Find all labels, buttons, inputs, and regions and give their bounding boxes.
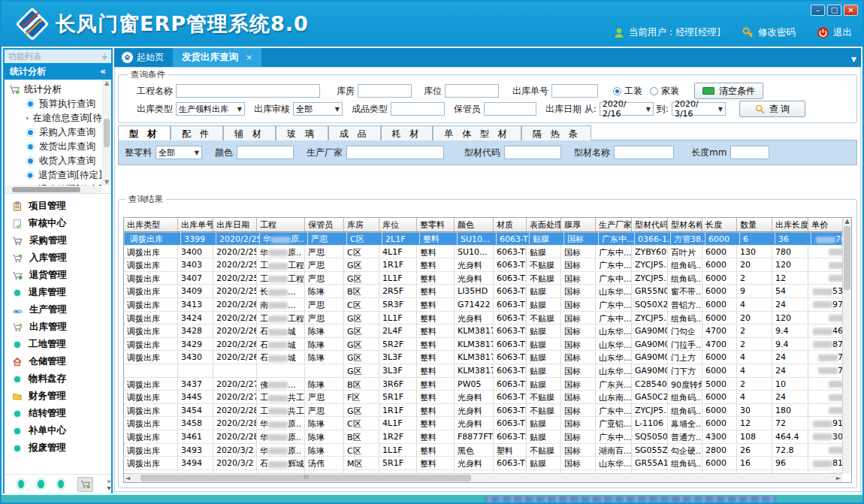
zhengling-select[interactable]: 全部▼ — [156, 146, 202, 159]
menu-item-财务管理[interactable]: 财务管理 — [5, 388, 111, 405]
menu-item-审核中心[interactable]: 审核中心 — [5, 215, 111, 232]
minimize-button[interactable]: – — [811, 5, 825, 16]
table-row[interactable]: 调拨出库34932020/3/2华原..陈琳C区1L1F整料黑色塑料不贴膜国标湖… — [124, 444, 842, 457]
date-from-picker[interactable]: 2020/ 2/16▼ — [600, 102, 654, 116]
tree-item-采购入库查询[interactable]: 采购入库查询 — [9, 125, 102, 140]
table-row[interactable]: 调拨出库34292020/2/26石城陈琳G区5R2F整料KLM38176063… — [124, 338, 842, 352]
table-row[interactable]: 调拨出库33992020/2/25华原..严思C区2L1F整料SU10...60… — [124, 232, 842, 246]
column-header-颜色[interactable]: 颜色 — [455, 218, 494, 231]
column-header-生产厂家[interactable]: 生产厂家 — [596, 218, 632, 231]
table-row[interactable]: 调拨出库34092020/2/25长...陈琳B区2R5F整料LI35HD606… — [124, 285, 842, 298]
tree-item-发货出库查询[interactable]: 发货出库查询 — [9, 140, 102, 154]
column-header-出库日期[interactable]: 出库日期 — [213, 218, 257, 231]
bottom-dot-icon[interactable] — [38, 480, 44, 488]
tree-item-退货查询[待定][interactable]: 退货查询[待定] — [9, 168, 102, 183]
menu-item-仓储管理[interactable]: 仓储管理 — [5, 353, 111, 370]
tab-close-icon[interactable]: × — [246, 53, 252, 62]
menu-item-结转管理[interactable]: 结转管理 — [5, 405, 111, 422]
menu-item-生产管理[interactable]: 生产管理 — [5, 301, 111, 318]
maximize-button[interactable]: □ — [827, 5, 841, 16]
column-header-数量[interactable]: 数量 — [737, 218, 772, 231]
bottom-dot-icon[interactable] — [18, 480, 24, 488]
clear-conditions-button[interactable]: 清空条件 — [694, 83, 763, 99]
close-button[interactable]: ✕ — [844, 5, 858, 16]
menu-item-项目管理[interactable]: 项目管理 — [5, 198, 111, 215]
out-type-select[interactable]: 生产领料出库▼ — [176, 102, 245, 116]
column-header-工程[interactable]: 工程 — [257, 218, 305, 231]
search-button[interactable]: 查 询 — [739, 101, 805, 117]
material-tab-2[interactable]: 配 件 — [171, 125, 223, 140]
column-header-材质[interactable]: 材质 — [494, 218, 527, 231]
bottom-dot-icon[interactable] — [58, 480, 64, 488]
table-row[interactable]: 调拨出库34612020/2/28华原..陈琳B区1R2F整料F8877FT60… — [124, 430, 842, 444]
profile-name-input[interactable] — [614, 146, 674, 159]
column-header-膜厚[interactable]: 膜厚 — [561, 218, 596, 231]
material-tab-8[interactable]: 隔 热 条 — [521, 125, 592, 140]
pin-icon[interactable]: ⏚ — [101, 52, 107, 62]
menu-item-工地管理[interactable]: 工地管理 — [5, 336, 111, 353]
tab-home[interactable]: 起始页 — [114, 51, 173, 67]
table-row[interactable]: 调拨出库34452020/2/27工共工程严思F区5R1F整料光身料6063-T… — [124, 391, 842, 404]
table-row[interactable]: 调拨出库34582020/2/28华原..陈琳C区4L1F整料光身料6063-T… — [124, 417, 842, 430]
manufacturer-input[interactable] — [346, 146, 444, 159]
menu-item-报废管理[interactable]: 报废管理 — [5, 439, 111, 457]
menu-overflow-chevron[interactable]: »▾ — [107, 478, 111, 491]
table-row[interactable]: 调拨出库34002020/2/25华原..严思C区4L1F整料SU10...60… — [124, 246, 842, 259]
radio-gongzhuang[interactable]: 工装 — [613, 85, 642, 98]
column-header-型材名称[interactable]: 型材名称 — [668, 218, 702, 231]
table-row[interactable]: 调拨出库34372020/2/27佛...陈琳B区3R6F整料PW056063-… — [124, 378, 842, 391]
material-tab-1[interactable]: 型 材 — [118, 125, 171, 140]
length-input[interactable] — [730, 146, 769, 159]
menu-item-入库管理[interactable]: 入库管理 — [5, 249, 111, 267]
column-header-出库长度[interactable]: 出库长度 — [772, 218, 808, 231]
tree-item-在途信息查询[待[interactable]: 在途信息查询[待 — [9, 111, 102, 125]
project-name-input[interactable] — [176, 84, 320, 98]
column-header-型材代码[interactable]: 型材代码 — [632, 218, 668, 231]
warehouse-input[interactable] — [358, 84, 412, 98]
out-audit-select[interactable]: 全部▼ — [293, 102, 343, 116]
collapse-icon[interactable]: « — [100, 66, 106, 77]
column-header-出库单号[interactable]: 出库单号 — [178, 218, 213, 231]
column-header-库位[interactable]: 库位 — [379, 218, 417, 231]
column-header-长度[interactable]: 长度 — [702, 218, 737, 231]
column-header-出库类型[interactable]: 出库类型 — [124, 218, 178, 231]
tree-item-预算执行查询[interactable]: 预算执行查询 — [9, 97, 102, 111]
table-row[interactable]: 调拨出库34542020/2/28工共工程严思G区1R1F整料光身料6063-T… — [124, 404, 842, 418]
column-header-单价[interactable]: 单价 — [808, 218, 842, 231]
bottom-cart-button[interactable] — [77, 477, 92, 492]
table-row[interactable]: 调拨出库34132020/2/26南...严思C区5R3F整料G71422606… — [124, 298, 842, 312]
product-type-input[interactable] — [391, 102, 445, 116]
material-tab-7[interactable]: 单 体 型 材 — [433, 125, 521, 140]
tree-vertical-scrollbar[interactable]: ▲▼ — [102, 80, 111, 186]
profile-code-input[interactable] — [504, 146, 561, 159]
table-row[interactable]: 调拨出库34942020/3/2石辉城汤伟M区5R1F整料光身料6063-T5贴… — [124, 457, 842, 470]
grid-vertical-scrollbar[interactable]: ▲ — [842, 218, 851, 473]
tab-overflow-icon[interactable]: ▼ — [851, 56, 856, 63]
table-row[interactable]: 调拨出库34242020/2/26工工程严思G区1L1F整料光身料6063-T5… — [124, 312, 842, 325]
material-tab-5[interactable]: 成 品 — [328, 125, 381, 140]
tree-horizontal-scrollbar[interactable] — [5, 186, 102, 193]
tree-root-statistics[interactable]: 统计分析 — [9, 82, 102, 97]
table-row[interactable]: 调拨出库34282020/2/26石城陈琳G区2L4F整料KLM38176063… — [124, 324, 842, 338]
grid-horizontal-scrollbar[interactable]: ◄ ► — [124, 473, 842, 482]
column-header-表面处理[interactable]: 表面处理 — [527, 218, 561, 231]
menu-item-采购管理[interactable]: 采购管理 — [5, 232, 111, 249]
material-tab-6[interactable]: 耗 材 — [381, 125, 434, 140]
column-header-保管员[interactable]: 保管员 — [305, 218, 344, 231]
table-row[interactable]: 调拨出库34302020/2/26石城陈琳G区3L3F整料KLM38176063… — [124, 351, 842, 364]
tree-item-收货入库查询[interactable]: 收货入库查询 — [9, 154, 102, 168]
location-input[interactable] — [445, 84, 499, 98]
color-input[interactable] — [237, 146, 294, 159]
tab-shipping-outbound-query[interactable]: 发货出库查询 × — [173, 48, 261, 67]
date-to-picker[interactable]: 2020/ 3/16▼ — [672, 102, 726, 116]
menu-item-出库管理[interactable]: 出库管理 — [5, 318, 111, 336]
menu-item-退货管理[interactable]: 退货管理 — [5, 267, 111, 284]
column-header-库房[interactable]: 库房 — [344, 218, 379, 231]
keeper-input[interactable] — [484, 102, 536, 116]
table-row[interactable]: G区3L3F整料KLM38176063-T5贴膜国标山东华...GA90M09.… — [124, 364, 842, 378]
change-password-button[interactable]: 修改密码 — [742, 26, 796, 39]
material-tab-3[interactable]: 辅 材 — [223, 125, 276, 140]
logout-button[interactable]: 退出 — [817, 26, 852, 39]
table-row[interactable]: 调拨出库34032020/2/25工工程严思G区1R1F整料光身料6063-T5… — [124, 258, 842, 272]
menu-item-补单中心[interactable]: 补单中心 — [5, 422, 111, 439]
